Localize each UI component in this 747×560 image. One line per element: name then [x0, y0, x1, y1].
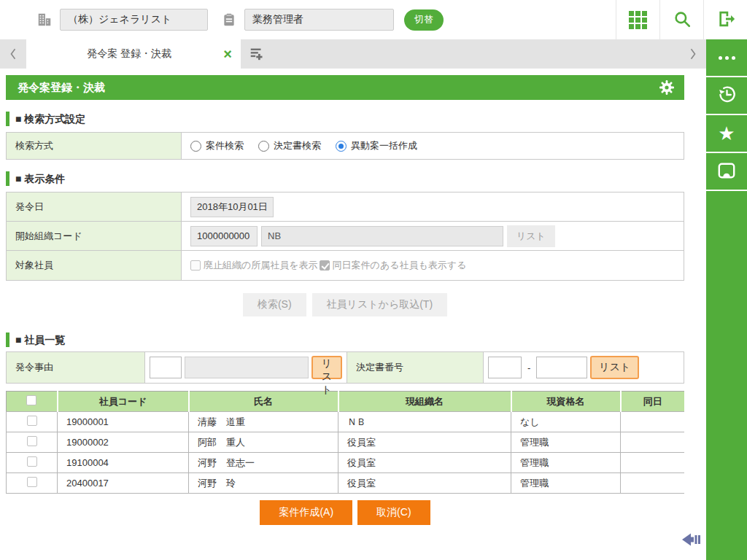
- sidebar-collapse-button[interactable]: [682, 531, 703, 548]
- org-list-button[interactable]: リスト: [507, 225, 555, 247]
- app-menu-button[interactable]: [616, 0, 659, 39]
- tab-scroll-right-button[interactable]: [680, 39, 706, 69]
- memo-tray-button[interactable]: [706, 153, 747, 191]
- checkbox-show-abolished-org-label: 廃止組織の所属社員を表示: [204, 259, 318, 272]
- cell-same-day: [621, 473, 685, 494]
- cell-name: 阿部 重人: [189, 432, 338, 453]
- table-row: 19100004 河野 登志一 役員室 管理職: [7, 453, 685, 473]
- cell-current-org: 役員室: [338, 432, 511, 453]
- cell-current-org: 役員室: [338, 453, 511, 473]
- order-reason-code-input[interactable]: [150, 357, 182, 378]
- table-header-row: 社員コード 氏名 現組織名 現資格名 同日: [7, 392, 685, 412]
- row-checkbox[interactable]: [27, 477, 37, 487]
- table-row: 19000002 阿部 重人 役員室 管理職: [7, 432, 685, 453]
- display-conditions-table: 発令日 開始組織コード リスト 対象社員 廃止組織の所属社員を表: [6, 192, 684, 281]
- row-checkbox[interactable]: [27, 456, 37, 467]
- row-checkbox[interactable]: [27, 436, 37, 446]
- tab-active[interactable]: 発令案 登録・決裁 ×: [26, 39, 241, 69]
- search-icon: [673, 9, 692, 31]
- radio-case-search[interactable]: [190, 141, 201, 152]
- radio-batch-create[interactable]: [336, 141, 347, 152]
- order-date-label: 発令日: [7, 192, 182, 221]
- employee-table: 社員コード 氏名 現組織名 現資格名 同日 19000001 清藤 道重 ＮＢ …: [6, 391, 684, 494]
- search-method-table: 検索方式 案件検索 決定書検索 異動案一括作成: [6, 132, 684, 160]
- radio-decision-search-label[interactable]: 決定書検索: [274, 139, 321, 152]
- section-heading-search-method: ■ 検索方式設定: [6, 112, 684, 126]
- footer-button-row: 案件作成(A) 取消(C): [6, 500, 684, 525]
- cancel-button[interactable]: 取消(C): [357, 500, 430, 525]
- top-bar: 切替: [0, 0, 747, 39]
- cell-current-grade: 管理職: [511, 453, 621, 473]
- cell-same-day: [621, 432, 685, 453]
- logout-button[interactable]: [703, 0, 747, 39]
- order-reason-label: 発令事由: [7, 352, 145, 383]
- star-icon: ★: [718, 124, 735, 143]
- col-header-name: 氏名: [189, 392, 338, 412]
- cell-current-grade: 管理職: [511, 432, 621, 453]
- decision-list-button[interactable]: リスト: [590, 356, 639, 379]
- history-button[interactable]: [706, 77, 747, 115]
- page-header: 発令案登録・決裁: [6, 75, 684, 100]
- tab-label: 発令案 登録・決裁: [36, 47, 222, 61]
- cell-current-org: ＮＢ: [338, 412, 511, 432]
- radio-batch-create-label[interactable]: 異動案一括作成: [351, 139, 417, 152]
- start-org-code-label: 開始組織コード: [7, 222, 182, 250]
- tray-icon: [717, 161, 736, 182]
- action-button-row: 検索(S) 社員リストから取込(T): [6, 293, 684, 316]
- col-header-same-day: 同日: [621, 392, 685, 412]
- search-submit-button[interactable]: 検索(S): [243, 293, 306, 316]
- import-from-list-button[interactable]: 社員リストから取込(T): [312, 293, 448, 316]
- collapse-arrow-icon: [682, 531, 703, 548]
- favorites-button[interactable]: ★: [706, 115, 747, 153]
- decision-number-to-input[interactable]: [536, 357, 587, 378]
- radio-case-search-label[interactable]: 案件検索: [206, 139, 244, 152]
- settings-gear-icon[interactable]: [658, 79, 676, 96]
- cell-same-day: [621, 412, 685, 432]
- range-separator: -: [525, 362, 533, 373]
- checkbox-show-abolished-org[interactable]: [190, 260, 201, 271]
- order-reason-name-input: [185, 357, 309, 378]
- decision-number-from-input[interactable]: [488, 357, 522, 378]
- employee-filter-row: 発令事由 リスト 決定書番号 - リスト: [6, 351, 684, 384]
- tab-close-icon[interactable]: ×: [222, 47, 233, 61]
- tab-scroll-left-button[interactable]: [0, 39, 26, 69]
- start-org-code-input[interactable]: [190, 226, 258, 246]
- add-tab-icon: [249, 45, 265, 63]
- cell-employee-code: 20400017: [58, 473, 189, 494]
- select-all-checkbox[interactable]: [26, 395, 36, 405]
- cell-current-org: 役員室: [338, 473, 511, 494]
- col-header-current-org: 現組織名: [338, 392, 511, 412]
- col-header-employee-code: 社員コード: [58, 392, 189, 412]
- row-checkbox[interactable]: [27, 416, 37, 426]
- search-method-options: 案件検索 決定書検索 異動案一括作成: [182, 133, 684, 159]
- reason-list-button[interactable]: リスト: [311, 356, 342, 379]
- cell-current-grade: 管理職: [511, 473, 621, 494]
- company-icon: [35, 12, 54, 28]
- cell-name: 河野 玲: [189, 473, 338, 494]
- switch-button[interactable]: 切替: [404, 9, 444, 31]
- cell-name: 河野 登志一: [189, 453, 338, 473]
- cell-employee-code: 19100004: [58, 453, 189, 473]
- radio-decision-search[interactable]: [258, 141, 269, 152]
- add-tab-button[interactable]: [241, 39, 273, 69]
- search-method-label: 検索方式: [7, 133, 182, 159]
- tab-bar: 発令案 登録・決裁 ×: [0, 39, 706, 69]
- main-content: 発令案登録・決裁 ■ 検索方式設定 検索方式: [0, 69, 706, 560]
- right-sidebar: ★: [706, 39, 747, 560]
- section-heading-display-conditions: ■ 表示条件: [6, 171, 684, 186]
- ellipsis-icon: [719, 56, 735, 60]
- order-date-input[interactable]: [190, 197, 274, 217]
- app-window: 切替: [0, 0, 747, 560]
- company-input[interactable]: [60, 9, 208, 31]
- grid-icon: [629, 11, 647, 29]
- checkbox-show-same-day-cases[interactable]: [320, 260, 330, 271]
- role-input[interactable]: [244, 9, 394, 31]
- search-button[interactable]: [659, 0, 703, 39]
- more-button[interactable]: [706, 39, 747, 77]
- create-case-button[interactable]: 案件作成(A): [260, 500, 352, 525]
- history-icon: [717, 85, 737, 106]
- cell-employee-code: 19000001: [58, 412, 189, 432]
- page-title: 発令案登録・決裁: [18, 81, 658, 95]
- cell-name: 清藤 道重: [189, 412, 338, 432]
- col-header-current-grade: 現資格名: [511, 392, 621, 412]
